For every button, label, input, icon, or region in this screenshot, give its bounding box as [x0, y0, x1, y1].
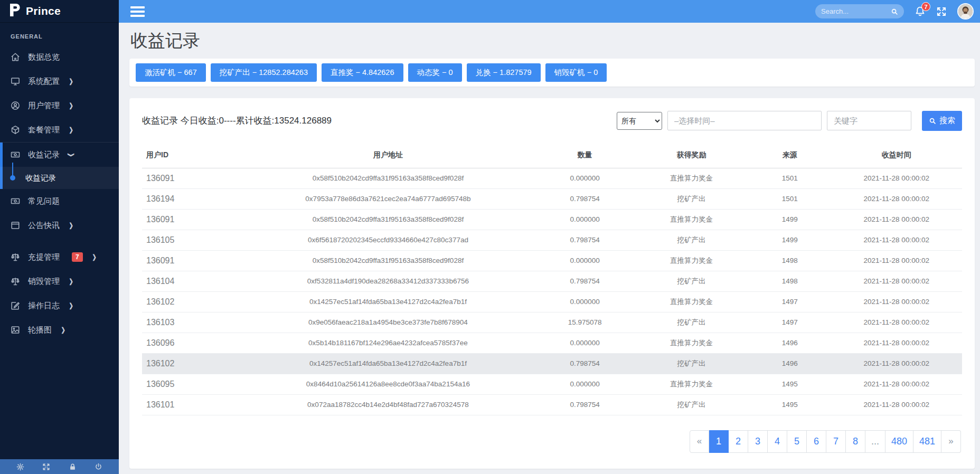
lock-icon[interactable]: [69, 463, 77, 471]
cube-icon: [11, 125, 20, 135]
stat-button-5[interactable]: 销毁矿机 − 0: [545, 63, 607, 82]
cell-address: 0x6f5618720202345eccfd9334660e427c80c377…: [240, 230, 535, 250]
date-range-input[interactable]: [667, 111, 822, 130]
page-button-8[interactable]: 8: [846, 430, 865, 453]
menu-icon[interactable]: [130, 4, 145, 19]
cell-amount: 0.000000: [535, 209, 634, 230]
table-row: 1361030x9e056faeac218a1a4954be3ce373fe7b…: [142, 312, 962, 333]
page-button-2[interactable]: 2: [729, 430, 748, 453]
cell-time: 2021-11-28 00:00:02: [831, 312, 963, 333]
pagination-prev-button[interactable]: «: [690, 430, 709, 453]
stat-button-3[interactable]: 动态奖 − 0: [408, 63, 462, 82]
cell-reward: 直推算力奖金: [634, 374, 749, 394]
sidebar-item-deposit-withdraw[interactable]: 充提管理 7 ❯: [0, 245, 119, 269]
search-icon[interactable]: [891, 8, 898, 15]
earnings-table-body: 1360910x58f510b2042cd9ffa31f95163a358f8c…: [142, 168, 962, 415]
sidebar-item-label: 收益记录: [28, 150, 60, 160]
expand-icon[interactable]: [42, 463, 50, 471]
page-button-3[interactable]: 3: [748, 430, 768, 453]
sidebar-item-announcements[interactable]: 公告快讯 ❯: [0, 213, 119, 238]
cell-source: 1498: [749, 271, 831, 291]
column-header: 用户ID: [142, 144, 240, 168]
cell-amount: 0.000000: [535, 250, 634, 271]
cell-source: 1501: [749, 168, 831, 188]
cell-id: 136091: [142, 250, 240, 271]
page-button-480[interactable]: 480: [885, 430, 913, 453]
sidebar-item-package-management[interactable]: 套餐管理 ❯: [0, 118, 119, 142]
sidebar-subitem-label: 收益记录: [25, 173, 56, 183]
sidebar-item-dashboard[interactable]: 数据总览: [0, 45, 119, 69]
cell-time: 2021-11-28 00:00:02: [831, 394, 963, 415]
search-input[interactable]: [821, 7, 891, 15]
cell-amount: 0.798754: [535, 353, 634, 374]
sidebar-subitem-earnings-records[interactable]: 收益记录: [0, 167, 119, 189]
sidebar-item-operation-logs[interactable]: 操作日志 ❯: [0, 293, 119, 318]
notifications-button[interactable]: 7: [915, 6, 926, 17]
cell-time: 2021-11-28 00:00:02: [831, 250, 963, 271]
stat-button-4[interactable]: 兑换 − 1.827579: [467, 63, 541, 82]
stat-button-1[interactable]: 挖矿产出 − 12852.284263: [211, 63, 317, 82]
cell-address: 0x072aa18782cc4b14e2d4bf48fad727a6703245…: [240, 394, 535, 415]
page-button-6[interactable]: 6: [807, 430, 826, 453]
table-header-row: 用户ID用户地址数量获得奖励来源收益时间: [142, 144, 962, 168]
pagination-next-button[interactable]: »: [941, 430, 961, 453]
table-row: 1361020x14257ec51af14fda65ba13e4127d2c4a…: [142, 291, 962, 312]
sidebar-item-earnings-records[interactable]: 收益记录 ❯: [0, 143, 119, 167]
sidebar-item-label: 充提管理: [28, 252, 60, 262]
power-icon[interactable]: [95, 463, 102, 471]
sidebar-item-label: 销毁管理: [28, 277, 60, 287]
page-button-481[interactable]: 481: [913, 430, 941, 453]
page-button-1[interactable]: 1: [709, 430, 729, 453]
sidebar-item-user-management[interactable]: 用户管理 ❯: [0, 93, 119, 118]
scale-icon: [11, 277, 20, 286]
earnings-table: 用户ID用户地址数量获得奖励来源收益时间 1360910x58f510b2042…: [142, 144, 962, 415]
cell-time: 2021-11-28 00:00:02: [831, 333, 963, 353]
page-button-5[interactable]: 5: [787, 430, 807, 453]
filter-bar: 所有 搜索: [617, 111, 962, 131]
stat-button-0[interactable]: 激活矿机 − 667: [136, 63, 206, 82]
page-button-4[interactable]: 4: [768, 430, 787, 453]
sidebar-item-carousel[interactable]: 轮播图 ❯: [0, 318, 119, 342]
cell-amount: 0.798754: [535, 188, 634, 209]
chevron-right-icon: ❯: [92, 253, 96, 261]
active-dot-icon: [10, 175, 15, 181]
table-row: 1361940x7953a778e86d3a7621cec2ea74a6777a…: [142, 188, 962, 209]
cell-address: 0x58f510b2042cd9ffa31f95163a358f8ced9f02…: [240, 250, 535, 271]
cell-reward: 直推算力奖金: [634, 333, 749, 353]
gear-icon[interactable]: [16, 463, 24, 471]
cell-reward: 挖矿产出: [634, 353, 749, 374]
brand-logo[interactable]: Prince: [0, 0, 119, 23]
sidebar-item-faq[interactable]: 常见问题: [0, 189, 119, 213]
cell-reward: 直推算力奖金: [634, 250, 749, 271]
stat-button-2[interactable]: 直推奖 − 4.842626: [322, 63, 403, 82]
scale-icon: [11, 252, 20, 262]
cell-address: 0x14257ec51af14fda65ba13e4127d2c4a2fea7b…: [240, 291, 535, 312]
search-button[interactable]: 搜索: [922, 111, 962, 131]
topbar: 7: [119, 0, 980, 23]
cell-address: 0x8464d10a25614126a8ee8cde0f3aa74ba2154a…: [240, 374, 535, 394]
keyword-input[interactable]: [827, 111, 911, 130]
table-row: 1360950x8464d10a25614126a8ee8cde0f3aa74b…: [142, 374, 962, 394]
cell-amount: 0.000000: [535, 374, 634, 394]
page-button-7[interactable]: 7: [826, 430, 846, 453]
avatar[interactable]: [957, 3, 974, 20]
sidebar-item-system-config[interactable]: 系统配置 ❯: [0, 69, 119, 93]
home-icon: [11, 52, 20, 62]
cell-address: 0x9e056faeac218a1a4954be3ce373fe7b8f6789…: [240, 312, 535, 333]
cell-time: 2021-11-28 00:00:02: [831, 374, 963, 394]
column-header: 用户地址: [240, 144, 535, 168]
nav-section-label: GENERAL: [0, 25, 119, 45]
sidebar-item-destroy-management[interactable]: 销毁管理 ❯: [0, 269, 119, 293]
type-select[interactable]: 所有: [617, 112, 662, 130]
cell-id: 136101: [142, 394, 240, 415]
cell-amount: 0.798754: [535, 271, 634, 291]
cell-id: 136095: [142, 374, 240, 394]
fullscreen-icon[interactable]: [936, 6, 947, 17]
cell-reward: 直推算力奖金: [634, 291, 749, 312]
topbar-search[interactable]: [815, 4, 904, 18]
cell-id: 136102: [142, 353, 240, 374]
table-row: 1360910x58f510b2042cd9ffa31f95163a358f8c…: [142, 209, 962, 230]
cell-source: 1495: [749, 394, 831, 415]
column-header: 数量: [535, 144, 634, 168]
earnings-panel: 收益记录 今日收益:0----累计收益:13524.126889 所有 搜索: [129, 98, 975, 469]
